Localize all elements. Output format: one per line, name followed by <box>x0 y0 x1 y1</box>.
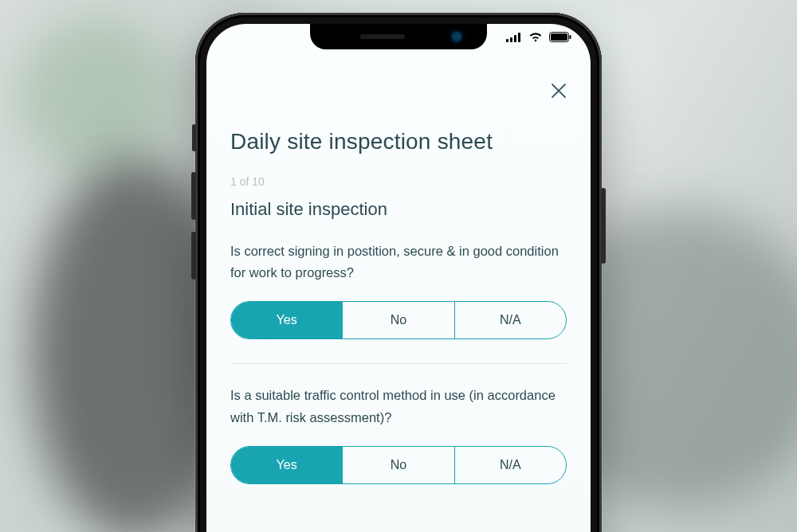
svg-rect-2 <box>514 35 516 42</box>
backdrop: Daily site inspection sheet 1 of 10 Init… <box>0 0 797 532</box>
mute-switch <box>192 124 196 151</box>
question-text: Is a suitable traffic control method in … <box>206 364 591 428</box>
bg-blob <box>16 16 175 175</box>
battery-icon <box>549 32 571 42</box>
segmented-control: Yes No N/A <box>230 446 567 484</box>
segmented-control: Yes No N/A <box>230 301 567 339</box>
front-camera <box>453 33 461 41</box>
option-na[interactable]: N/A <box>454 302 566 338</box>
phone-frame: Daily site inspection sheet 1 of 10 Init… <box>195 13 602 532</box>
wifi-icon <box>528 32 543 42</box>
option-no[interactable]: No <box>342 447 453 483</box>
option-yes[interactable]: Yes <box>231 302 342 338</box>
volume-down <box>191 232 196 280</box>
close-row <box>206 73 591 105</box>
question-text: Is correct signing in postition, secure … <box>206 220 591 284</box>
page-title: Daily site inspection sheet <box>206 105 591 155</box>
svg-rect-6 <box>570 35 571 39</box>
option-yes[interactable]: Yes <box>231 447 342 483</box>
phone-screen: Daily site inspection sheet 1 of 10 Init… <box>206 24 591 532</box>
volume-up <box>191 172 196 220</box>
section-title: Initial site inspection <box>206 188 591 220</box>
svg-rect-5 <box>551 33 567 41</box>
option-na[interactable]: N/A <box>454 447 566 483</box>
svg-rect-0 <box>506 39 508 42</box>
svg-rect-3 <box>518 33 520 42</box>
svg-rect-1 <box>510 37 512 42</box>
close-button[interactable] <box>546 80 571 105</box>
screen-content: Daily site inspection sheet 1 of 10 Init… <box>206 24 591 532</box>
cellular-icon <box>506 33 522 42</box>
power-button <box>601 188 606 264</box>
status-bar <box>506 32 571 42</box>
notch <box>310 24 487 49</box>
option-no[interactable]: No <box>342 302 453 338</box>
close-icon <box>550 82 567 103</box>
step-counter: 1 of 10 <box>206 155 591 188</box>
speaker-grille <box>360 34 405 39</box>
